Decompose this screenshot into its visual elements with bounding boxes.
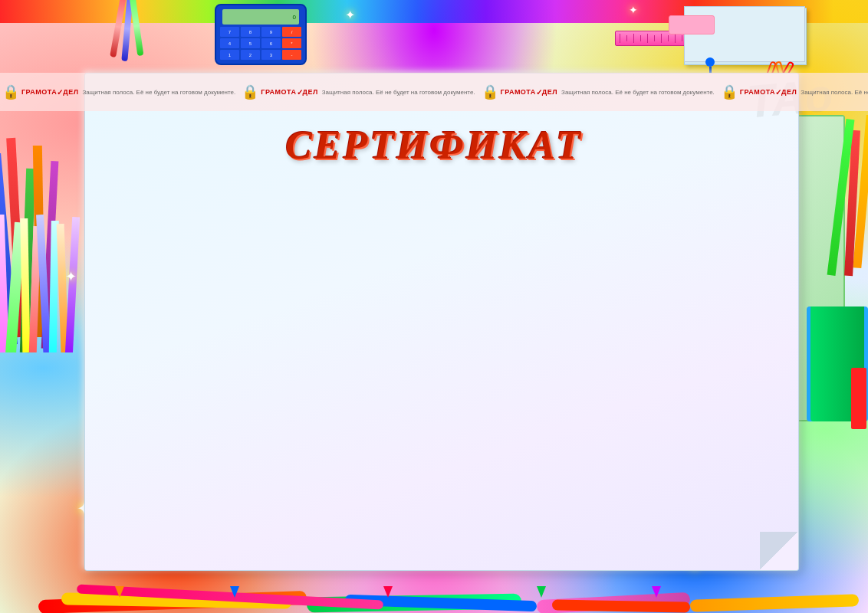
lock-icon-3: 🔒	[482, 84, 498, 100]
calc-key: 8	[241, 27, 260, 37]
check-icon-4: ✓	[775, 88, 781, 97]
calc-key: /	[282, 27, 301, 37]
protection-text-1: Защитная полоса. Её не будет на готовом …	[82, 89, 235, 96]
eraser	[669, 15, 715, 34]
calc-key: -	[282, 50, 301, 60]
sparkle-left-mid: ✦	[65, 268, 77, 285]
del-label-1: ДЕЛ	[63, 88, 78, 96]
calc-key: 7	[220, 27, 239, 37]
certificate-title-text: СЕРТИФИКАТ	[285, 123, 583, 167]
check-icon-1: ✓	[57, 88, 63, 97]
protection-text-4: Защитная полоса. Её не будет на готовом …	[801, 89, 868, 96]
calc-key: 4	[220, 38, 239, 48]
check-icon-3: ✓	[536, 88, 542, 97]
protection-text-2: Защитная полоса. Её не будет на готовом …	[322, 89, 475, 96]
calc-keys: 7 8 9 / 4 5 6 * 1 2 3 -	[220, 27, 301, 60]
security-strip: 🔒 ГРАМОТА ✓ ДЕЛ Защитная полоса. Её не б…	[0, 73, 868, 111]
pushpin-blue	[705, 57, 715, 73]
lock-icon-2: 🔒	[242, 84, 258, 100]
calc-key: 2	[241, 50, 260, 60]
security-strip-content: 🔒 ГРАМОТА ✓ ДЕЛ Защитная полоса. Её не б…	[0, 84, 868, 100]
page-curl	[760, 532, 798, 570]
protection-text-3: Защитная полоса. Её не будет на готовом …	[561, 89, 715, 96]
calc-key: 3	[261, 50, 281, 60]
certificate-title-area: СЕРТИФИКАТ	[0, 123, 868, 168]
gramota-label-3: ГРАМОТА	[501, 88, 536, 96]
sparkle-top-2: ✦	[629, 4, 638, 16]
gramota-label-4: ГРАМОТА	[740, 88, 775, 96]
calc-key: 5	[241, 38, 260, 48]
calc-key: 1	[220, 50, 239, 60]
del-label-3: ДЕЛ	[542, 88, 557, 96]
calc-key: 9	[261, 27, 281, 37]
lock-icon-1: 🔒	[2, 84, 19, 100]
calculator: 0 7 8 9 / 4 5 6 * 1 2 3 -	[215, 4, 307, 65]
check-icon-2: ✓	[297, 88, 303, 97]
gramota-label-1: ГРАМОТА	[21, 88, 57, 96]
supply-top-area: 0 7 8 9 / 4 5 6 * 1 2 3 -	[0, 0, 868, 73]
bottom-supplies	[0, 567, 868, 613]
lock-icon-4: 🔒	[721, 84, 738, 100]
gramota-label-2: ГРАМОТА	[261, 88, 296, 96]
sparkle-top-1: ✦	[345, 8, 355, 22]
calc-key: 6	[261, 38, 281, 48]
calc-key: *	[282, 38, 301, 48]
del-label-2: ДЕЛ	[303, 88, 318, 96]
calc-screen: 0	[222, 9, 299, 25]
del-label-4: ДЕЛ	[781, 88, 797, 96]
